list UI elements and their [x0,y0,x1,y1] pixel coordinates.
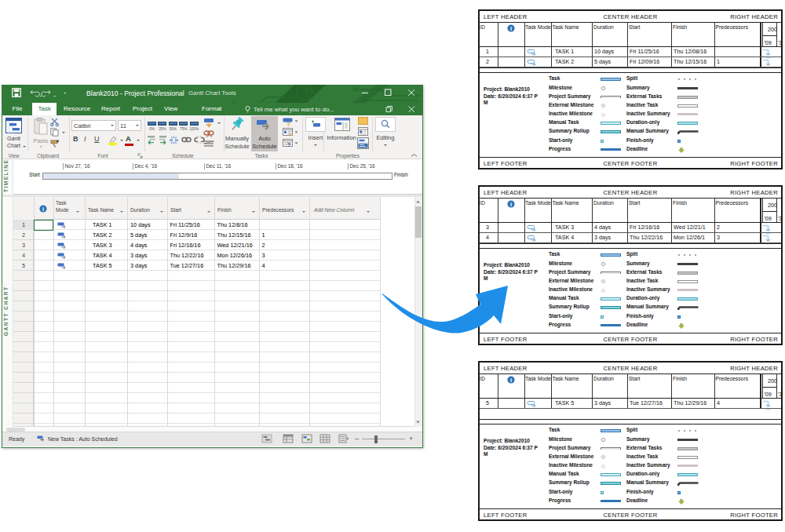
svg-text:?: ? [287,142,290,148]
svg-text:i: i [510,200,512,207]
svg-text:i: i [510,376,512,383]
svg-text:?: ? [287,121,290,127]
svg-text:i: i [42,206,44,213]
svg-text:i: i [510,24,512,31]
